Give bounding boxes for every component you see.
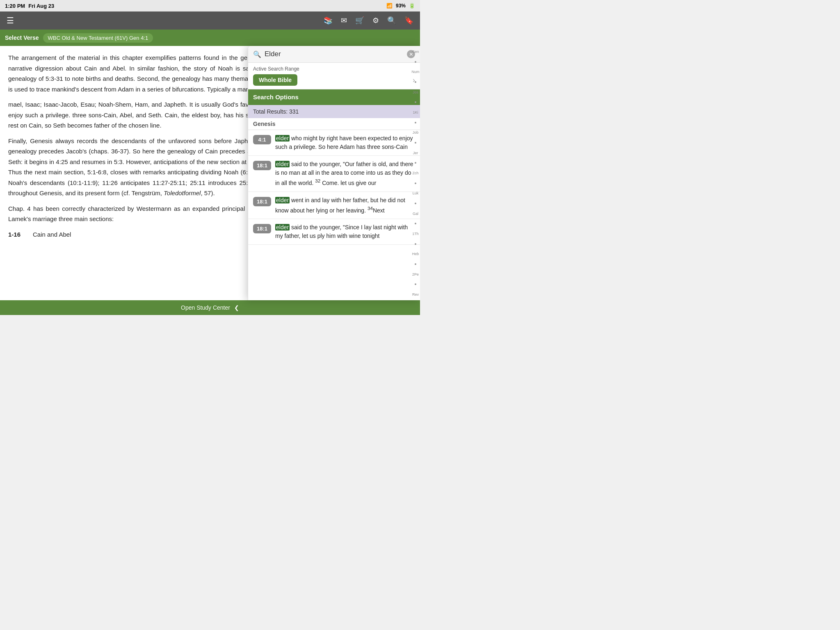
search-range-label: Active Search Range xyxy=(253,66,415,72)
section-num: 1-16 xyxy=(8,229,25,240)
result-text-2: elder said to the younger, "Our father i… xyxy=(275,160,415,187)
status-bar-right: 📶 93% 🔋 xyxy=(386,3,415,9)
total-results-bar: Total Results: 331 xyxy=(248,105,420,118)
search-icon[interactable]: 🔍 xyxy=(387,16,396,25)
total-results-label: Total Results: 331 xyxy=(253,108,299,115)
bookmark-icon[interactable]: 🔖 xyxy=(404,16,413,25)
result-item[interactable]: 4:1 elder who might by right have been e… xyxy=(248,130,420,156)
result-item[interactable]: 18:1 elder said to the younger, "Since I… xyxy=(248,219,420,245)
toolbar-left: ☰ xyxy=(7,16,14,25)
result-text-4: elder said to the younger, "Since I lay … xyxy=(275,223,415,240)
bottom-bar-chevron-icon: ❮ xyxy=(234,304,239,311)
verse-ref-18-1-a[interactable]: 18:1 xyxy=(253,161,271,170)
result-keyword-3: elder xyxy=(275,197,290,203)
result-text-3: elder went in and lay with her father, b… xyxy=(275,196,415,215)
result-item[interactable]: 18:1 elder went in and lay with her fath… xyxy=(248,192,420,219)
select-verse-button[interactable]: Select Verse xyxy=(5,34,39,41)
verse-ref-18-1-b[interactable]: 18:1 xyxy=(253,197,271,206)
result-list: 4:1 elder who might by right have been e… xyxy=(248,130,420,300)
section-title: Cain and Abel xyxy=(33,229,71,240)
sub-toolbar: Select Verse WBC Old & New Testament (61… xyxy=(0,30,420,46)
battery-display: 93% xyxy=(396,3,406,9)
battery-icon: 🔋 xyxy=(409,3,415,9)
search-range-section: Active Search Range Whole Bible › xyxy=(248,63,420,89)
clear-search-button[interactable]: ✕ xyxy=(407,50,415,58)
date-display: Fri Aug 23 xyxy=(28,3,54,9)
search-range-row: Whole Bible › xyxy=(253,74,415,86)
genesis-section-header: Genesis xyxy=(248,118,420,130)
search-options-label: Search Options xyxy=(253,94,299,100)
status-bar-left: 1:20 PM Fri Aug 23 xyxy=(5,3,54,9)
wifi-icon: 📶 xyxy=(386,3,393,9)
bookshelf-icon[interactable]: 📚 xyxy=(324,16,333,25)
cart-icon[interactable]: 🛒 xyxy=(355,16,364,25)
search-options-bar[interactable]: Search Options xyxy=(248,89,420,105)
time-display: 1:20 PM xyxy=(5,3,25,9)
search-panel: 🔍 ✕ Active Search Range Whole Bible › Se… xyxy=(248,46,420,300)
reference-button[interactable]: WBC Old & New Testament (61V) Gen 4:1 xyxy=(43,33,153,43)
search-magnifier-icon: 🔍 xyxy=(253,50,261,58)
main-content: The arrangement of the material in this … xyxy=(0,46,420,300)
envelope-icon[interactable]: ✉ xyxy=(341,16,347,25)
toolbar-right: 📚 ✉ 🛒 ⚙ 🔍 🔖 xyxy=(324,16,413,25)
result-text-1: elder who might by right have been expec… xyxy=(275,134,415,151)
gear-icon[interactable]: ⚙ xyxy=(372,16,379,25)
bottom-bar[interactable]: Open Study Center ❮ xyxy=(0,300,420,315)
verse-ref-18-1-c[interactable]: 18:1 xyxy=(253,224,271,233)
result-keyword-4: elder xyxy=(275,224,290,231)
status-bar: 1:20 PM Fri Aug 23 📶 93% 🔋 xyxy=(0,0,420,11)
result-keyword-2: elder xyxy=(275,161,290,167)
chevron-right-icon: › xyxy=(413,76,415,84)
result-keyword-1: elder xyxy=(275,135,290,142)
hamburger-menu-button[interactable]: ☰ xyxy=(7,16,14,25)
search-input-area: 🔍 ✕ xyxy=(248,46,420,63)
whole-bible-button[interactable]: Whole Bible xyxy=(253,74,297,86)
verse-ref-4-1-a[interactable]: 4:1 xyxy=(253,135,271,144)
search-input[interactable] xyxy=(265,50,404,58)
top-toolbar: ☰ 📚 ✉ 🛒 ⚙ 🔍 🔖 xyxy=(0,11,420,30)
open-study-center-label: Open Study Center xyxy=(181,304,230,311)
result-item[interactable]: 18:1 elder said to the younger, "Our fat… xyxy=(248,156,420,192)
